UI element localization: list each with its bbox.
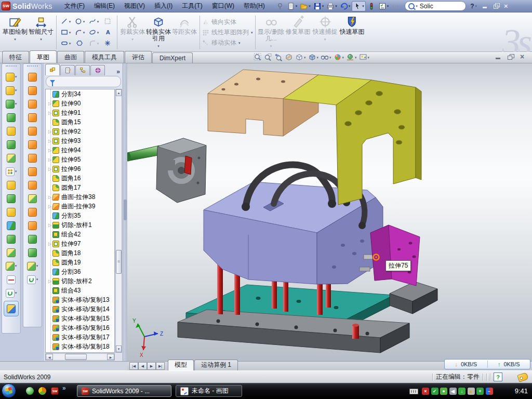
first-tab-button[interactable]: |◀ (129, 362, 138, 370)
menu-item-0[interactable]: 文件(F) (60, 0, 89, 12)
trim-surface-button[interactable] (23, 192, 42, 205)
tree-item[interactable]: 拉伸95 (46, 155, 114, 164)
polygon-tool-button[interactable] (73, 38, 87, 49)
expander-icon[interactable] (47, 129, 52, 134)
tab-DimXpert[interactable]: DimXpert (152, 52, 193, 63)
tree-item[interactable]: 切除-放样1 (46, 220, 114, 230)
tree-item[interactable]: 曲面-拉伸38 (46, 192, 114, 202)
rectangle-tool-button[interactable]: ▾ (59, 27, 73, 38)
chevron-down-icon[interactable]: ▾ (69, 42, 71, 46)
last-tab-button[interactable]: ▶| (156, 362, 165, 370)
model-clamp-part[interactable] (156, 138, 206, 203)
curve-button[interactable]: ▾ (23, 273, 42, 286)
instant3d-button[interactable] (4, 301, 19, 316)
tab-草图[interactable]: 草图 (30, 50, 57, 63)
panel-expand-chevron[interactable]: » (116, 68, 122, 75)
tree-item[interactable]: 实体-移动/复制15 (46, 314, 114, 323)
move-copy-body-button[interactable] (2, 246, 20, 259)
combine-button[interactable] (2, 232, 20, 246)
tab-特征[interactable]: 特征 (2, 51, 29, 63)
chevron-down-icon[interactable]: ▾ (97, 42, 99, 46)
tree-item[interactable]: 曲面-拉伸39 (46, 202, 114, 211)
tree-item[interactable]: 圆角19 (46, 258, 114, 267)
tree-item[interactable]: 实体-移动/复制16 (46, 323, 114, 332)
expander-icon[interactable] (47, 223, 52, 228)
scroll-down-button[interactable]: ▼ (116, 345, 122, 352)
tree-item[interactable]: 分割36 (46, 267, 114, 276)
chevron-down-icon[interactable]: ▾ (15, 75, 17, 79)
tree-item[interactable]: 分割34 (46, 89, 114, 99)
chevron-down-icon[interactable]: ▾ (362, 4, 364, 8)
menu-item-5[interactable]: 窗口(W) (207, 0, 239, 12)
tab-评估[interactable]: 评估 (125, 51, 152, 63)
chevron-down-icon[interactable]: ▾ (83, 31, 85, 35)
menu-item-6[interactable]: 帮助(H) (239, 0, 270, 12)
network-speed-widget[interactable]: ↓ 0KB/S ↑ 0KB/S (444, 359, 530, 369)
minimize-button[interactable] (482, 3, 489, 9)
split-button[interactable] (2, 219, 20, 232)
volume-tray-icon[interactable]: ◀ (449, 388, 457, 395)
close-button[interactable]: × (504, 3, 511, 9)
3d-model-assembly[interactable]: Y Z X (127, 63, 532, 361)
boundary-surface-button[interactable] (23, 111, 42, 124)
safety-scan-tray-icon[interactable]: ● (440, 388, 447, 395)
tree-item[interactable]: 拉伸96 (46, 164, 114, 174)
ruled-surface-button[interactable] (23, 165, 42, 178)
restore-button[interactable] (493, 3, 500, 9)
insert-star-button[interactable]: ▾ (23, 259, 42, 273)
doc-tab-运动算例 1[interactable]: 运动算例 1 (194, 360, 238, 370)
quick-tips-button[interactable]: ? (494, 373, 502, 381)
line-tool-button[interactable]: ▾ (59, 16, 73, 27)
taskbar-button-1[interactable]: 未命名 - 画图 (176, 385, 242, 397)
circle-tool-button[interactable]: ▾ (73, 16, 87, 27)
chevron-down-icon[interactable]: ▾ (335, 4, 337, 8)
tab-曲面[interactable]: 曲面 (57, 51, 84, 63)
prev-tab-button[interactable]: ◀ (138, 362, 147, 370)
more-options-button[interactable] (390, 2, 401, 11)
expander-icon[interactable] (47, 148, 52, 153)
tree-item[interactable]: 拉伸94 (46, 145, 114, 155)
tree-item[interactable]: 实体-移动/复制13 (46, 295, 114, 304)
swept-surface-button[interactable] (23, 70, 42, 84)
sketch-button[interactable]: 草图绘制▾ (2, 14, 28, 51)
model-insert-block-extrude75[interactable] (370, 225, 420, 286)
select-button[interactable]: ▾ (352, 1, 366, 11)
expander-icon[interactable] (47, 167, 52, 171)
chevron-down-icon[interactable]: ▾ (36, 277, 38, 282)
chevron-down-icon[interactable]: ▾ (157, 43, 159, 49)
antivirus-tray-icon[interactable]: × (422, 388, 429, 395)
tree-item[interactable]: 分割35 (46, 211, 114, 220)
pin-button[interactable] (275, 2, 285, 11)
menu-item-3[interactable]: 插入(I) (150, 0, 177, 12)
tag-icon[interactable] (517, 372, 528, 382)
chevron-down-icon[interactable]: ▾ (387, 4, 389, 8)
zoom-area-button[interactable] (264, 53, 272, 61)
toolbar-grip[interactable] (27, 65, 38, 69)
expander-icon[interactable] (47, 139, 52, 143)
chevron-down-icon[interactable]: ▾ (97, 31, 99, 35)
edit-appearance-button[interactable]: ▾ (334, 53, 344, 61)
model-base-rail[interactable] (178, 310, 409, 353)
tab-模具工具[interactable]: 模具工具 (85, 51, 124, 63)
menu-item-1[interactable]: 编辑(E) (89, 0, 119, 12)
tree-filter-input[interactable] (46, 76, 121, 87)
curve-button[interactable]: ▾ (2, 286, 20, 300)
knit-surface-button[interactable] (23, 178, 42, 192)
view-settings-button[interactable]: ▾ (359, 53, 370, 61)
tree-item[interactable]: 圆角18 (46, 248, 114, 258)
chevron-down-icon[interactable]: ▾ (15, 102, 17, 106)
messenger-ball-tray-icon[interactable]: – (486, 388, 493, 395)
chevron-down-icon[interactable]: ▾ (15, 291, 17, 295)
slot-tool-button[interactable]: ▾ (59, 38, 73, 49)
boss-extrude-button[interactable]: ▾ (2, 70, 20, 84)
hide-show-items-button[interactable]: ▾ (321, 53, 331, 61)
rib-button[interactable] (2, 178, 20, 192)
draft-button[interactable] (2, 192, 20, 205)
taskbar-button-0[interactable]: SWSolidWorks 2009 - ... (77, 385, 171, 397)
panel-splitter[interactable] (123, 63, 127, 361)
help-button[interactable]: ? (470, 3, 474, 10)
dimxpertmanager-tab[interactable] (90, 65, 105, 75)
model-locating-pin[interactable] (352, 324, 359, 339)
swept-boss-button[interactable] (2, 111, 20, 124)
open-button[interactable]: ▾ (299, 2, 312, 11)
